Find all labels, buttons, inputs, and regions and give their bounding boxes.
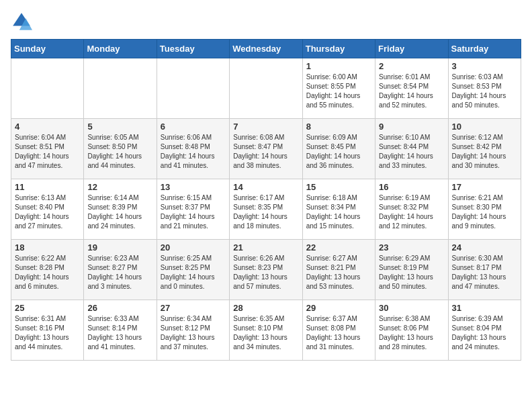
- calendar-cell: 10Sunrise: 6:12 AM Sunset: 8:42 PM Dayli…: [448, 119, 521, 179]
- calendar-week-row: 4Sunrise: 6:04 AM Sunset: 8:51 PM Daylig…: [11, 119, 521, 179]
- weekday-header: Friday: [375, 40, 448, 58]
- day-number: 6: [161, 122, 226, 132]
- day-info: Sunrise: 6:14 AM Sunset: 8:39 PM Dayligh…: [87, 193, 152, 231]
- day-info: Sunrise: 6:21 AM Sunset: 8:30 PM Dayligh…: [452, 193, 517, 231]
- calendar-cell: 5Sunrise: 6:05 AM Sunset: 8:50 PM Daylig…: [84, 119, 157, 179]
- calendar-cell: 4Sunrise: 6:04 AM Sunset: 8:51 PM Daylig…: [11, 119, 84, 179]
- calendar-week-row: 25Sunrise: 6:31 AM Sunset: 8:16 PM Dayli…: [11, 300, 521, 361]
- day-number: 31: [452, 303, 517, 313]
- day-number: 3: [452, 61, 517, 71]
- day-number: 17: [452, 182, 517, 192]
- weekday-header: Wednesday: [230, 40, 302, 58]
- calendar-week-row: 11Sunrise: 6:13 AM Sunset: 8:40 PM Dayli…: [11, 179, 521, 240]
- calendar-cell: 8Sunrise: 6:09 AM Sunset: 8:45 PM Daylig…: [302, 119, 375, 179]
- day-number: 27: [161, 303, 226, 313]
- day-number: 18: [15, 242, 80, 253]
- day-info: Sunrise: 6:23 AM Sunset: 8:27 PM Dayligh…: [87, 254, 152, 291]
- calendar-cell: 28Sunrise: 6:35 AM Sunset: 8:10 PM Dayli…: [230, 300, 302, 361]
- day-number: 14: [233, 182, 298, 192]
- calendar-cell: 6Sunrise: 6:06 AM Sunset: 8:48 PM Daylig…: [157, 119, 229, 179]
- calendar-cell: 26Sunrise: 6:33 AM Sunset: 8:14 PM Dayli…: [84, 300, 157, 361]
- day-number: 16: [379, 182, 444, 192]
- day-number: 1: [306, 61, 371, 71]
- day-number: 30: [379, 303, 444, 313]
- calendar-cell: 19Sunrise: 6:23 AM Sunset: 8:27 PM Dayli…: [84, 240, 157, 300]
- day-number: 11: [15, 182, 80, 192]
- day-number: 9: [379, 122, 444, 132]
- weekday-header: Monday: [84, 40, 157, 58]
- day-number: 10: [452, 122, 517, 132]
- weekday-header: Saturday: [448, 40, 521, 58]
- day-info: Sunrise: 6:19 AM Sunset: 8:32 PM Dayligh…: [379, 193, 444, 231]
- day-number: 13: [161, 182, 226, 192]
- calendar-cell: 12Sunrise: 6:14 AM Sunset: 8:39 PM Dayli…: [84, 179, 157, 240]
- calendar-cell: 24Sunrise: 6:30 AM Sunset: 8:17 PM Dayli…: [448, 240, 521, 300]
- logo-icon: [11, 11, 32, 32]
- calendar-cell: 15Sunrise: 6:18 AM Sunset: 8:34 PM Dayli…: [302, 179, 375, 240]
- calendar-cell: [84, 58, 157, 119]
- day-number: 26: [87, 303, 152, 313]
- calendar-cell: 2Sunrise: 6:01 AM Sunset: 8:54 PM Daylig…: [375, 58, 448, 119]
- day-info: Sunrise: 6:25 AM Sunset: 8:25 PM Dayligh…: [161, 254, 226, 291]
- day-number: 28: [233, 303, 298, 313]
- day-number: 12: [87, 182, 152, 192]
- calendar-cell: 9Sunrise: 6:10 AM Sunset: 8:44 PM Daylig…: [375, 119, 448, 179]
- day-info: Sunrise: 6:04 AM Sunset: 8:51 PM Dayligh…: [15, 133, 80, 171]
- calendar-cell: 3Sunrise: 6:03 AM Sunset: 8:53 PM Daylig…: [448, 58, 521, 119]
- day-info: Sunrise: 6:12 AM Sunset: 8:42 PM Dayligh…: [452, 133, 517, 171]
- day-info: Sunrise: 6:03 AM Sunset: 8:53 PM Dayligh…: [452, 73, 517, 110]
- weekday-header-row: SundayMondayTuesdayWednesdayThursdayFrid…: [11, 40, 521, 58]
- calendar-cell: 13Sunrise: 6:15 AM Sunset: 8:37 PM Dayli…: [157, 179, 229, 240]
- calendar-cell: 21Sunrise: 6:26 AM Sunset: 8:23 PM Dayli…: [230, 240, 302, 300]
- day-info: Sunrise: 6:05 AM Sunset: 8:50 PM Dayligh…: [87, 133, 152, 171]
- day-number: 2: [379, 61, 444, 71]
- day-info: Sunrise: 6:30 AM Sunset: 8:17 PM Dayligh…: [452, 254, 517, 291]
- day-number: 29: [306, 303, 371, 313]
- page-header: [11, 11, 521, 32]
- day-info: Sunrise: 6:37 AM Sunset: 8:08 PM Dayligh…: [306, 314, 371, 352]
- day-number: 21: [233, 242, 298, 253]
- calendar-cell: 31Sunrise: 6:39 AM Sunset: 8:04 PM Dayli…: [448, 300, 521, 361]
- day-info: Sunrise: 6:29 AM Sunset: 8:19 PM Dayligh…: [379, 254, 444, 291]
- day-info: Sunrise: 6:06 AM Sunset: 8:48 PM Dayligh…: [161, 133, 226, 171]
- calendar-cell: 27Sunrise: 6:34 AM Sunset: 8:12 PM Dayli…: [157, 300, 229, 361]
- day-number: 15: [306, 182, 371, 192]
- day-info: Sunrise: 6:39 AM Sunset: 8:04 PM Dayligh…: [452, 314, 517, 352]
- day-info: Sunrise: 6:00 AM Sunset: 8:55 PM Dayligh…: [306, 73, 371, 110]
- day-info: Sunrise: 6:33 AM Sunset: 8:14 PM Dayligh…: [87, 314, 152, 352]
- day-info: Sunrise: 6:35 AM Sunset: 8:10 PM Dayligh…: [233, 314, 298, 352]
- day-number: 20: [161, 242, 226, 253]
- calendar-cell: 23Sunrise: 6:29 AM Sunset: 8:19 PM Dayli…: [375, 240, 448, 300]
- day-number: 23: [379, 242, 444, 253]
- calendar-cell: 20Sunrise: 6:25 AM Sunset: 8:25 PM Dayli…: [157, 240, 229, 300]
- calendar-cell: 11Sunrise: 6:13 AM Sunset: 8:40 PM Dayli…: [11, 179, 84, 240]
- day-info: Sunrise: 6:09 AM Sunset: 8:45 PM Dayligh…: [306, 133, 371, 171]
- calendar-cell: 25Sunrise: 6:31 AM Sunset: 8:16 PM Dayli…: [11, 300, 84, 361]
- calendar-cell: 7Sunrise: 6:08 AM Sunset: 8:47 PM Daylig…: [230, 119, 302, 179]
- logo: [11, 11, 35, 32]
- day-info: Sunrise: 6:31 AM Sunset: 8:16 PM Dayligh…: [15, 314, 80, 352]
- calendar-cell: 16Sunrise: 6:19 AM Sunset: 8:32 PM Dayli…: [375, 179, 448, 240]
- day-number: 25: [15, 303, 80, 313]
- calendar-cell: 29Sunrise: 6:37 AM Sunset: 8:08 PM Dayli…: [302, 300, 375, 361]
- calendar-cell: 22Sunrise: 6:27 AM Sunset: 8:21 PM Dayli…: [302, 240, 375, 300]
- calendar-week-row: 1Sunrise: 6:00 AM Sunset: 8:55 PM Daylig…: [11, 58, 521, 119]
- calendar-cell: 14Sunrise: 6:17 AM Sunset: 8:35 PM Dayli…: [230, 179, 302, 240]
- day-number: 7: [233, 122, 298, 132]
- day-info: Sunrise: 6:10 AM Sunset: 8:44 PM Dayligh…: [379, 133, 444, 171]
- day-number: 8: [306, 122, 371, 132]
- weekday-header: Tuesday: [157, 40, 229, 58]
- day-info: Sunrise: 6:17 AM Sunset: 8:35 PM Dayligh…: [233, 193, 298, 231]
- calendar-table: SundayMondayTuesdayWednesdayThursdayFrid…: [11, 39, 521, 361]
- day-number: 24: [452, 242, 517, 253]
- calendar-cell: 18Sunrise: 6:22 AM Sunset: 8:28 PM Dayli…: [11, 240, 84, 300]
- day-number: 4: [15, 122, 80, 132]
- day-info: Sunrise: 6:08 AM Sunset: 8:47 PM Dayligh…: [233, 133, 298, 171]
- day-info: Sunrise: 6:34 AM Sunset: 8:12 PM Dayligh…: [161, 314, 226, 352]
- calendar-cell: 30Sunrise: 6:38 AM Sunset: 8:06 PM Dayli…: [375, 300, 448, 361]
- weekday-header: Sunday: [11, 40, 84, 58]
- day-number: 22: [306, 242, 371, 253]
- calendar-cell: [11, 58, 84, 119]
- day-number: 5: [87, 122, 152, 132]
- day-number: 19: [87, 242, 152, 253]
